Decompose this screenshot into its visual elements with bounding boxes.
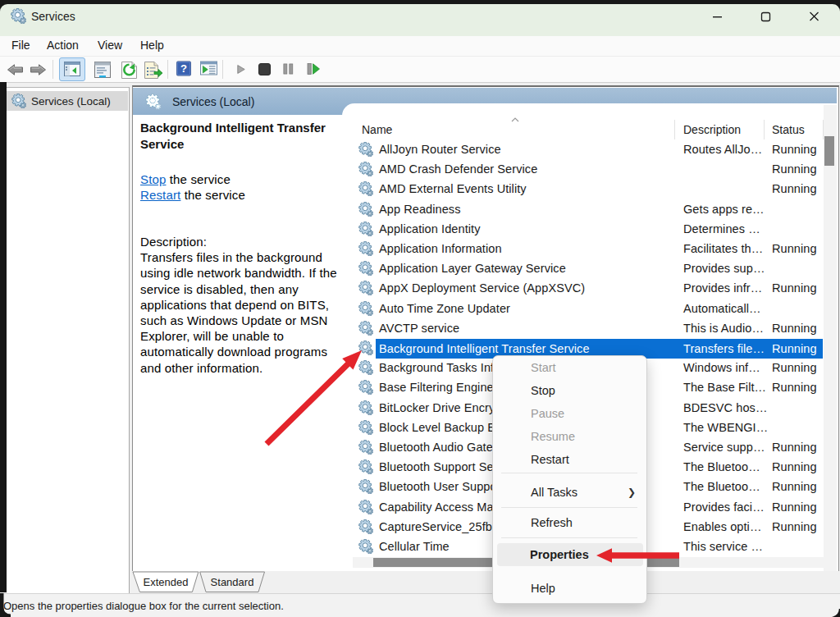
- svg-text:?: ?: [180, 62, 187, 75]
